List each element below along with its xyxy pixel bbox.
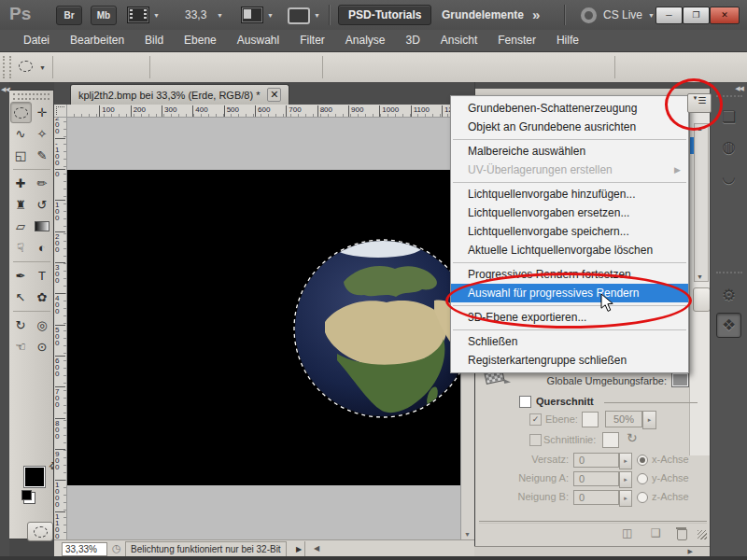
- toggle-overlays-icon[interactable]: ◫: [622, 526, 632, 539]
- crop-tool[interactable]: ◱: [10, 145, 32, 166]
- collapse-tools-icon[interactable]: ◀◀: [1, 86, 9, 93]
- x-achse-radio[interactable]: [637, 455, 648, 466]
- expand-dock-icon[interactable]: ◀◀: [735, 85, 743, 92]
- 3d-camera-tool[interactable]: ◎: [32, 315, 53, 336]
- panel-scroll-down-icon[interactable]: ▼: [697, 273, 703, 280]
- 3d-panel-scrollbar[interactable]: ▲ ▼: [694, 123, 709, 282]
- workspace-overflow-chevrons[interactable]: »: [532, 7, 540, 22]
- history-brush-tool[interactable]: ↺: [32, 194, 53, 216]
- arrange-dropdown-icon[interactable]: ▼: [267, 12, 274, 19]
- options-grip[interactable]: [3, 56, 11, 78]
- document-image[interactable]: [67, 170, 460, 485]
- arrange-documents-icon[interactable]: [241, 7, 263, 23]
- workspace-grundelemente-button[interactable]: Grundelemente: [442, 8, 524, 21]
- context-menu-item[interactable]: Objekt an Grundebene ausrichten: [451, 118, 688, 136]
- earth-globe-image[interactable]: [292, 238, 460, 419]
- z-achse-radio[interactable]: [637, 492, 648, 503]
- ellipse-marquee-tool[interactable]: [10, 102, 32, 123]
- context-menu-item[interactable]: Grundebenen-Schattenerzeugung: [451, 99, 688, 118]
- context-menu-item[interactable]: Lichtquellenvorgabe speichern...: [451, 222, 688, 241]
- tool-preset-dropdown-icon[interactable]: ▼: [39, 64, 46, 71]
- path-selection-tool[interactable]: ↖: [10, 287, 32, 308]
- hscroll-left-icon[interactable]: ◀: [314, 544, 319, 553]
- slice-line-checkbox[interactable]: [529, 434, 542, 446]
- view-extras-icon[interactable]: [127, 7, 149, 23]
- menu-auswahl[interactable]: Auswahl: [227, 30, 289, 51]
- delete-icon[interactable]: [677, 529, 687, 540]
- clone-stamp-tool[interactable]: ♜: [10, 194, 32, 216]
- offset-arrow-icon[interactable]: ▸: [619, 453, 632, 469]
- scroll-down-icon[interactable]: ▼: [464, 531, 471, 538]
- plane-color-swatch[interactable]: [582, 412, 599, 427]
- menu-analyse[interactable]: Analyse: [335, 30, 396, 51]
- pen-tool[interactable]: ✒: [10, 265, 32, 287]
- magic-wand-tool[interactable]: ✧: [32, 123, 53, 145]
- lasso-tool[interactable]: ∿: [10, 123, 32, 145]
- eyedropper-tool[interactable]: ✎: [32, 145, 53, 166]
- canvas-area[interactable]: [67, 118, 460, 539]
- 3d-panel-button[interactable]: ❖: [716, 313, 741, 338]
- plane-checkbox[interactable]: ✓: [529, 413, 542, 426]
- launch-bridge-button[interactable]: Br: [56, 6, 82, 25]
- minimize-button[interactable]: ─: [655, 7, 683, 24]
- tilt-b-arrow-icon[interactable]: ▸: [619, 490, 632, 507]
- dock-grip[interactable]: [716, 272, 742, 273]
- context-menu-item[interactable]: UV-Überlagerungen erstellen▶: [451, 161, 688, 179]
- ruler-origin[interactable]: [54, 105, 67, 118]
- materials-panel-button[interactable]: ◍: [716, 134, 741, 160]
- menu-ansicht[interactable]: Ansicht: [430, 30, 487, 51]
- status-popup-icon[interactable]: ▶: [293, 541, 305, 557]
- menu-datei[interactable]: Datei: [13, 30, 60, 51]
- cs-live-dropdown-icon[interactable]: ▼: [648, 12, 655, 19]
- tool-presets-panel-button[interactable]: ⚙: [716, 283, 741, 308]
- smudge-tool[interactable]: ☟: [10, 237, 32, 259]
- tilt-a-arrow-icon[interactable]: ▸: [619, 471, 632, 488]
- context-menu-item[interactable]: Schließen: [451, 332, 688, 351]
- tools-drag-grip[interactable]: [13, 93, 49, 100]
- context-menu-item[interactable]: Malbereiche auswählen: [451, 142, 688, 161]
- paths-panel-button[interactable]: ◡: [716, 164, 741, 189]
- custom-shape-tool[interactable]: ✿: [32, 287, 53, 308]
- tilt-a-input[interactable]: 0: [573, 471, 619, 486]
- restore-button[interactable]: ❐: [683, 7, 710, 24]
- menu-3d[interactable]: 3D: [396, 30, 430, 51]
- foreground-color-swatch[interactable]: [23, 466, 46, 488]
- status-zoom-input[interactable]: 33,33%: [62, 542, 107, 556]
- cs-live-icon[interactable]: [581, 7, 597, 23]
- vertical-ruler[interactable]: - 2 0 0- 1 0 001 0 02 0 03 0 04 0 05 0 0…: [54, 118, 67, 539]
- extras-dropdown-icon[interactable]: ▼: [153, 12, 160, 19]
- context-menu-item[interactable]: Registerkartengruppe schließen: [451, 351, 688, 370]
- screen-mode-icon[interactable]: [288, 7, 310, 24]
- plane-opacity-select[interactable]: 50%: [605, 411, 642, 427]
- slice-line-color-swatch[interactable]: [602, 432, 619, 448]
- global-ambient-color-swatch[interactable]: [671, 372, 689, 387]
- flip-cross-section-icon[interactable]: ↻: [627, 430, 638, 445]
- document-tab[interactable]: kplj2th2.bmp bei 33,3% (Erde, RGB/8) * ✕: [70, 84, 289, 105]
- context-menu-item[interactable]: Lichtquellenvorgaben ersetzen...: [451, 203, 688, 222]
- 3d-rotate-tool[interactable]: ↻: [10, 315, 32, 336]
- close-button[interactable]: ✕: [710, 7, 740, 24]
- zoom-level-value[interactable]: 33,3: [185, 8, 206, 21]
- menu-filter[interactable]: Filter: [289, 30, 335, 51]
- context-menu-item[interactable]: Lichtquellenvorgabe hinzufügen...: [451, 185, 688, 203]
- move-tool[interactable]: ✛: [32, 102, 53, 123]
- menu-bearbeiten[interactable]: Bearbeiten: [60, 30, 134, 51]
- menu-hilfe[interactable]: Hilfe: [546, 30, 589, 51]
- eraser-tool[interactable]: ▱: [10, 216, 32, 237]
- type-tool[interactable]: T: [32, 265, 53, 287]
- launch-mini-bridge-button[interactable]: Mb: [91, 6, 117, 25]
- screen-mode-dropdown-icon[interactable]: ▼: [314, 12, 320, 19]
- new-light-icon[interactable]: ❑: [651, 526, 661, 539]
- quick-mask-button[interactable]: [27, 522, 53, 541]
- plane-opacity-arrow-icon[interactable]: ▸: [642, 411, 656, 429]
- zoom-tool[interactable]: ⊙: [32, 336, 53, 357]
- menu-bild[interactable]: Bild: [134, 30, 174, 51]
- panel-resize-grip[interactable]: [698, 530, 707, 539]
- tab-close-icon[interactable]: ✕: [267, 88, 281, 102]
- healing-brush-tool[interactable]: ✚: [10, 173, 32, 194]
- hscroll-strip[interactable]: ▶: [474, 546, 710, 556]
- gradient-tool[interactable]: [32, 216, 53, 237]
- cs-live-label[interactable]: CS Live: [603, 8, 642, 21]
- context-menu-item[interactable]: Aktuelle Lichtquellenvorgabe löschen: [451, 241, 688, 259]
- cross-section-checkbox[interactable]: [519, 396, 531, 408]
